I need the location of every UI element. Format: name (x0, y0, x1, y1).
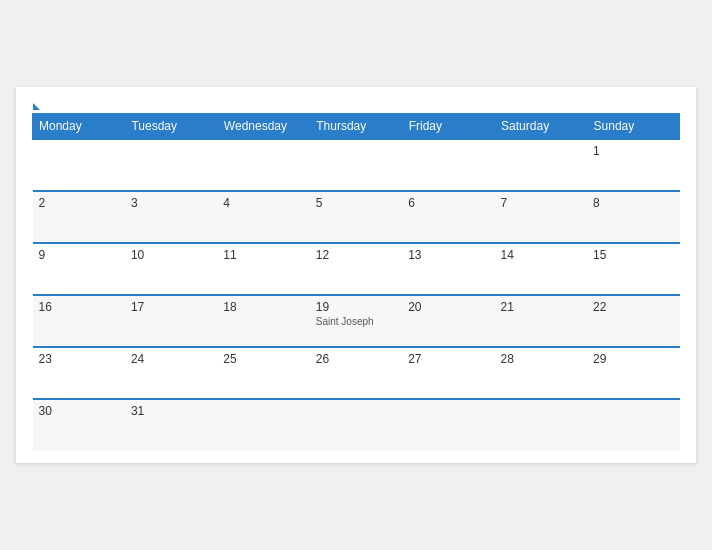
week-row-4: 23242526272829 (33, 347, 680, 399)
calendar-cell (402, 399, 494, 451)
day-number: 7 (501, 196, 581, 210)
day-number: 21 (501, 300, 581, 314)
day-number: 30 (39, 404, 119, 418)
week-row-1: 2345678 (33, 191, 680, 243)
day-number: 2 (39, 196, 119, 210)
calendar-cell: 8 (587, 191, 679, 243)
weekday-header-sunday: Sunday (587, 114, 679, 140)
week-row-3: 16171819Saint Joseph202122 (33, 295, 680, 347)
calendar-cell: 23 (33, 347, 125, 399)
day-number: 25 (223, 352, 303, 366)
calendar-cell: 11 (217, 243, 309, 295)
day-number: 10 (131, 248, 211, 262)
calendar-cell: 9 (33, 243, 125, 295)
day-number: 4 (223, 196, 303, 210)
calendar-container: MondayTuesdayWednesdayThursdayFridaySatu… (16, 87, 696, 463)
day-number: 26 (316, 352, 396, 366)
day-number: 8 (593, 196, 673, 210)
calendar-cell (217, 399, 309, 451)
calendar-cell: 30 (33, 399, 125, 451)
day-number: 29 (593, 352, 673, 366)
day-number: 14 (501, 248, 581, 262)
calendar-tbody: 12345678910111213141516171819Saint Josep… (33, 139, 680, 451)
day-number: 6 (408, 196, 488, 210)
calendar-cell: 19Saint Joseph (310, 295, 402, 347)
weekday-header-wednesday: Wednesday (217, 114, 309, 140)
day-number: 23 (39, 352, 119, 366)
day-number: 12 (316, 248, 396, 262)
calendar-cell: 7 (495, 191, 587, 243)
calendar-cell: 5 (310, 191, 402, 243)
weekday-header-thursday: Thursday (310, 114, 402, 140)
calendar-cell: 24 (125, 347, 217, 399)
day-number: 9 (39, 248, 119, 262)
calendar-cell (33, 139, 125, 191)
calendar-grid: MondayTuesdayWednesdayThursdayFridaySatu… (32, 113, 680, 451)
calendar-cell: 20 (402, 295, 494, 347)
calendar-cell: 31 (125, 399, 217, 451)
calendar-cell: 21 (495, 295, 587, 347)
day-number: 1 (593, 144, 673, 158)
calendar-cell (217, 139, 309, 191)
calendar-cell: 12 (310, 243, 402, 295)
weekday-header-friday: Friday (402, 114, 494, 140)
week-row-5: 3031 (33, 399, 680, 451)
logo-blue-row (32, 103, 40, 111)
weekday-header-saturday: Saturday (495, 114, 587, 140)
day-number: 27 (408, 352, 488, 366)
calendar-cell: 26 (310, 347, 402, 399)
calendar-cell (310, 139, 402, 191)
day-number: 24 (131, 352, 211, 366)
calendar-cell: 14 (495, 243, 587, 295)
calendar-cell: 28 (495, 347, 587, 399)
calendar-cell: 13 (402, 243, 494, 295)
day-number: 28 (501, 352, 581, 366)
calendar-cell (125, 139, 217, 191)
week-row-0: 1 (33, 139, 680, 191)
day-number: 13 (408, 248, 488, 262)
day-number: 3 (131, 196, 211, 210)
day-number: 17 (131, 300, 211, 314)
day-number: 19 (316, 300, 396, 314)
calendar-cell: 3 (125, 191, 217, 243)
weekday-header-tuesday: Tuesday (125, 114, 217, 140)
weekday-header-monday: Monday (33, 114, 125, 140)
weekday-header-row: MondayTuesdayWednesdayThursdayFridaySatu… (33, 114, 680, 140)
logo (32, 103, 40, 111)
calendar-cell: 4 (217, 191, 309, 243)
calendar-cell: 10 (125, 243, 217, 295)
calendar-cell: 2 (33, 191, 125, 243)
day-number: 20 (408, 300, 488, 314)
day-number: 5 (316, 196, 396, 210)
logo-triangle-icon (33, 103, 40, 110)
day-event: Saint Joseph (316, 316, 396, 327)
calendar-cell: 29 (587, 347, 679, 399)
week-row-2: 9101112131415 (33, 243, 680, 295)
day-number: 18 (223, 300, 303, 314)
calendar-cell (587, 399, 679, 451)
calendar-cell: 17 (125, 295, 217, 347)
day-number: 22 (593, 300, 673, 314)
calendar-cell: 15 (587, 243, 679, 295)
calendar-cell: 1 (587, 139, 679, 191)
calendar-cell: 16 (33, 295, 125, 347)
calendar-cell (495, 399, 587, 451)
day-number: 11 (223, 248, 303, 262)
day-number: 15 (593, 248, 673, 262)
calendar-cell: 25 (217, 347, 309, 399)
calendar-cell: 27 (402, 347, 494, 399)
day-number: 31 (131, 404, 211, 418)
day-number: 16 (39, 300, 119, 314)
calendar-thead: MondayTuesdayWednesdayThursdayFridaySatu… (33, 114, 680, 140)
calendar-cell: 22 (587, 295, 679, 347)
calendar-cell: 18 (217, 295, 309, 347)
calendar-cell: 6 (402, 191, 494, 243)
calendar-cell (495, 139, 587, 191)
calendar-cell (402, 139, 494, 191)
calendar-cell (310, 399, 402, 451)
